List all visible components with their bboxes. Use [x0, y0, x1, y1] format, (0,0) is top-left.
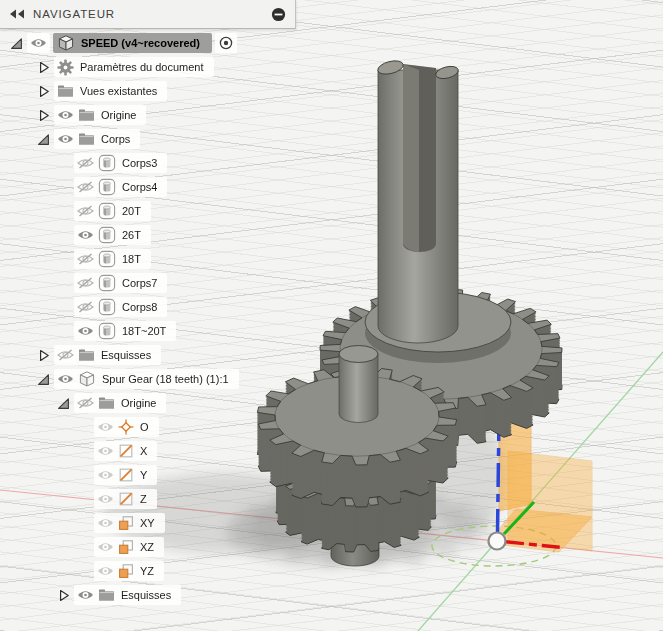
eye-icon[interactable] — [77, 253, 94, 265]
tree-item-chip[interactable]: 20T — [74, 201, 151, 221]
plane-icon — [118, 563, 134, 579]
tree-item-label: Origine — [99, 109, 136, 121]
tree-item-label: X — [138, 445, 147, 457]
tree-row-vues-existantes[interactable]: Vues existantes — [0, 79, 239, 103]
tree-item-chip[interactable]: Esquisses — [74, 585, 181, 605]
tree-row-esquisses[interactable]: Esquisses — [0, 343, 239, 367]
expand-arrow-icon[interactable] — [33, 109, 54, 122]
tree-row-esquisses[interactable]: Esquisses — [0, 583, 239, 607]
body-icon — [98, 226, 116, 244]
tree-item-chip[interactable]: Corps3 — [74, 153, 167, 173]
eye-icon[interactable] — [97, 445, 114, 457]
selected-item-chip[interactable]: SPEED (v4~recovered) — [53, 33, 212, 53]
eye-icon[interactable] — [97, 493, 114, 505]
tree-item-label: Esquisses — [119, 589, 171, 601]
expand-arrow-icon[interactable] — [33, 349, 54, 362]
tree-row-xy[interactable]: XY — [0, 511, 239, 535]
tree-row-xz[interactable]: XZ — [0, 535, 239, 559]
eye-icon[interactable] — [77, 325, 94, 337]
tree-item-chip[interactable]: X — [94, 441, 157, 461]
eye-icon[interactable] — [97, 541, 114, 553]
tree-row-spur-gear-18-teeth-1-1[interactable]: Spur Gear (18 teeth) (1):1 — [0, 367, 239, 391]
tree-row-speed-v4-recovered-[interactable]: SPEED (v4~recovered) — [0, 31, 239, 55]
tree-item-chip[interactable]: Vues existantes — [54, 81, 167, 101]
minimize-panel-button[interactable] — [271, 7, 286, 22]
activate-component-chip — [215, 33, 237, 53]
tree-row-param-tres-du-document[interactable]: Paramètres du document — [0, 55, 239, 79]
tree-item-chip[interactable]: Origine — [54, 105, 146, 125]
eye-icon[interactable] — [77, 181, 94, 193]
tree-item-chip[interactable]: 18T~20T — [74, 321, 176, 341]
tree-row-origine[interactable]: Origine — [0, 391, 239, 415]
navigator-panel: NAVIGATEUR SPEED (v4~recovered)Paramètre… — [0, 0, 296, 29]
eye-icon[interactable] — [97, 517, 114, 529]
tree-row-18t-20t[interactable]: 18T~20T — [0, 319, 239, 343]
eye-icon[interactable] — [77, 397, 94, 409]
tree-row-x[interactable]: X — [0, 439, 239, 463]
expand-arrow-icon[interactable] — [33, 61, 54, 74]
tree-item-chip[interactable]: Corps — [54, 129, 140, 149]
collapse-panel-button[interactable] — [9, 9, 25, 19]
tree-row-o[interactable]: O — [0, 415, 239, 439]
folder-icon — [98, 396, 115, 410]
tree-item-chip[interactable]: XY — [94, 513, 165, 533]
origin-point-icon — [118, 419, 134, 435]
tree-item-chip[interactable]: Origine — [74, 393, 166, 413]
tree-item-chip[interactable]: XZ — [94, 537, 164, 557]
tree-item-label: Paramètres du document — [78, 61, 204, 73]
tree-item-chip[interactable]: O — [94, 417, 159, 437]
eye-icon[interactable] — [97, 565, 114, 577]
eye-icon[interactable] — [77, 277, 94, 289]
collapse-arrow-icon[interactable] — [33, 133, 54, 146]
tree-row-26t[interactable]: 26T — [0, 223, 239, 247]
eye-icon[interactable] — [77, 589, 94, 601]
tree-item-chip[interactable]: Y — [94, 465, 157, 485]
eye-icon[interactable] — [77, 301, 94, 313]
expand-arrow-icon[interactable] — [33, 85, 54, 98]
eye-icon[interactable] — [57, 349, 74, 361]
axis-icon — [118, 467, 134, 483]
body-icon — [98, 202, 116, 220]
tree-item-chip[interactable]: Paramètres du document — [54, 57, 214, 77]
tree-row-corps3[interactable]: Corps3 — [0, 151, 239, 175]
collapse-arrow-icon[interactable] — [53, 397, 74, 410]
tree-item-chip[interactable]: Corps8 — [74, 297, 167, 317]
tree-row-corps4[interactable]: Corps4 — [0, 175, 239, 199]
tree-item-chip[interactable]: Spur Gear (18 teeth) (1):1 — [54, 369, 239, 389]
tree-item-chip[interactable]: Corps7 — [74, 273, 167, 293]
tree-row-origine[interactable]: Origine — [0, 103, 239, 127]
eye-icon[interactable] — [77, 229, 94, 241]
tree-row-corps[interactable]: Corps — [0, 127, 239, 151]
tree-row-y[interactable]: Y — [0, 463, 239, 487]
eye-icon[interactable] — [77, 157, 94, 169]
tree-item-chip[interactable]: Corps4 — [74, 177, 167, 197]
body-icon — [98, 274, 116, 292]
activate-component-radio-icon[interactable] — [218, 35, 234, 51]
minus-circle-icon — [271, 7, 286, 22]
origin-point-marker[interactable] — [489, 533, 506, 550]
tree-item-label: 18T — [120, 253, 141, 265]
eye-icon[interactable] — [57, 133, 74, 145]
eye-icon[interactable] — [57, 373, 74, 385]
collapse-arrow-icon[interactable] — [6, 37, 27, 50]
tree-item-chip[interactable]: 26T — [74, 225, 151, 245]
tree-row-corps7[interactable]: Corps7 — [0, 271, 239, 295]
eye-icon[interactable] — [97, 421, 114, 433]
eye-icon[interactable] — [97, 469, 114, 481]
eye-icon[interactable] — [57, 109, 74, 121]
expand-arrow-icon[interactable] — [53, 589, 74, 602]
tree-row-18t[interactable]: 18T — [0, 247, 239, 271]
tree-row-yz[interactable]: YZ — [0, 559, 239, 583]
eye-icon[interactable] — [30, 37, 47, 49]
tree-item-chip[interactable]: Esquisses — [54, 345, 161, 365]
collapse-arrow-icon[interactable] — [33, 373, 54, 386]
tree-row-corps8[interactable]: Corps8 — [0, 295, 239, 319]
navigator-header: NAVIGATEUR — [0, 0, 296, 29]
tree-row-20t[interactable]: 20T — [0, 199, 239, 223]
eye-icon[interactable] — [77, 205, 94, 217]
tree-item-chip[interactable]: Z — [94, 489, 157, 509]
tree-item-chip[interactable]: YZ — [94, 561, 164, 581]
tree-row-z[interactable]: Z — [0, 487, 239, 511]
body-icon — [98, 178, 116, 196]
tree-item-chip[interactable]: 18T — [74, 249, 151, 269]
